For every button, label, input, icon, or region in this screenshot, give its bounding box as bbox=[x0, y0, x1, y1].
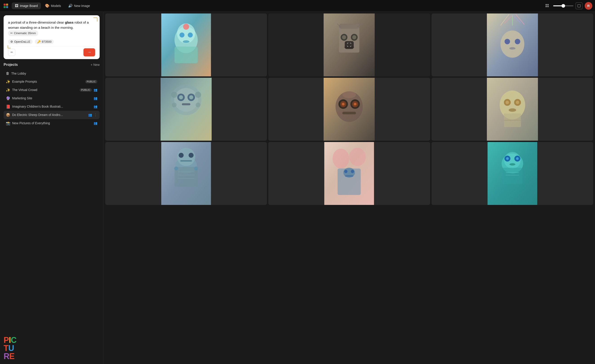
project-icon: 🔮 bbox=[6, 96, 10, 100]
project-name: Marketing Site bbox=[12, 96, 92, 100]
projects-section: Projects + New 🗑The Lobby✨Example Prompt… bbox=[0, 59, 103, 333]
project-item-virtual-crowd[interactable]: ✨The Virtual CrowdPUBLIC👥 bbox=[4, 86, 100, 94]
style-badge: ✂ Cinematic 35mm bbox=[8, 30, 38, 36]
project-name: Do Electric Sheep Dream of Andro... bbox=[12, 113, 86, 117]
corner-decoration-bl bbox=[8, 45, 11, 48]
projects-header: Projects + New bbox=[4, 63, 100, 67]
app-logo bbox=[3, 3, 9, 9]
model-icon: ⚙ bbox=[10, 40, 13, 43]
project-item-imaginary-book[interactable]: 📕Imaginary Children's Book Illustrati...… bbox=[4, 103, 100, 111]
seed-icon: 🔑 bbox=[37, 40, 41, 43]
svg-rect-0 bbox=[4, 4, 6, 6]
image-cell-3[interactable] bbox=[432, 14, 593, 76]
public-badge: PUBLIC bbox=[80, 88, 92, 92]
projects-title: Projects bbox=[4, 63, 18, 67]
grid-view-button[interactable] bbox=[544, 2, 551, 9]
square-view-button[interactable] bbox=[576, 2, 582, 9]
project-icon: ✨ bbox=[6, 80, 10, 84]
people-icon: 👥 bbox=[93, 105, 97, 108]
prompt-meta: ⚙ OpenDaLLE 🔑 973500 bbox=[8, 39, 95, 44]
project-name: Imaginary Children's Book Illustrati... bbox=[12, 105, 92, 108]
edit-icon: ✏ bbox=[11, 51, 13, 54]
public-badge: PUBLIC bbox=[85, 80, 97, 83]
prompt-text: a portrait of a three-dimensional clear … bbox=[8, 20, 95, 36]
expand-icon: ⛶ bbox=[345, 41, 354, 49]
image-cell-8[interactable] bbox=[268, 142, 430, 205]
project-name: The Virtual Crowd bbox=[12, 88, 78, 92]
project-icon: 📕 bbox=[6, 104, 10, 109]
user-avatar[interactable]: R bbox=[585, 2, 592, 10]
image-cell-1[interactable] bbox=[105, 14, 267, 76]
people-icon: 👥 bbox=[93, 121, 97, 125]
models-icon: 🎨 bbox=[45, 4, 50, 8]
project-item-electric-sheep[interactable]: 📦Do Electric Sheep Dream of Andro...👥⋮ bbox=[4, 111, 100, 119]
tab-image-board[interactable]: 🖼 Image Board bbox=[12, 2, 41, 9]
image-cell-2[interactable]: ⛶ bbox=[268, 14, 430, 76]
seed-badge: 🔑 973500 bbox=[35, 39, 54, 44]
more-options-icon[interactable]: ⋮ bbox=[94, 113, 97, 117]
project-item-another[interactable]: 📸New Pictures of Everything👥 bbox=[4, 119, 100, 127]
tab-new-image[interactable]: 🔊 New Image bbox=[65, 2, 93, 9]
tab-models-label: Models bbox=[51, 4, 61, 8]
image-cell-7[interactable] bbox=[105, 142, 267, 205]
image-cell-5[interactable] bbox=[268, 78, 430, 141]
project-icon: 📦 bbox=[6, 113, 10, 117]
svg-rect-6 bbox=[545, 6, 547, 7]
image-overlay-2: ⛶ bbox=[268, 14, 430, 76]
image-cell-4[interactable] bbox=[105, 78, 267, 141]
people-icon: 👥 bbox=[88, 113, 92, 117]
svg-rect-8 bbox=[578, 5, 580, 7]
go-button[interactable]: → bbox=[83, 48, 95, 56]
image-grid-area: ⛶ bbox=[103, 12, 595, 364]
project-name: New Pictures of Everything bbox=[12, 121, 92, 125]
image-board-icon: 🖼 bbox=[15, 4, 18, 8]
edit-prompt-button[interactable]: ✏ bbox=[8, 49, 15, 56]
tab-new-image-label: New Image bbox=[74, 4, 90, 8]
new-image-icon: 🔊 bbox=[68, 4, 73, 8]
project-item-marketing[interactable]: 🔮Marketing Site👥 bbox=[4, 94, 100, 103]
tab-models[interactable]: 🎨 Models bbox=[42, 2, 64, 9]
image-cell-6[interactable] bbox=[432, 78, 593, 141]
image-cell-9[interactable] bbox=[432, 142, 593, 205]
project-item-lobby[interactable]: 🗑The Lobby bbox=[4, 69, 100, 77]
project-icon: 🗑 bbox=[6, 71, 9, 76]
main-layout: a portrait of a three-dimensional clear … bbox=[0, 12, 595, 364]
prompt-actions: ✏ → bbox=[8, 46, 95, 56]
topbar: 🖼 Image Board 🎨 Models 🔊 New Image R bbox=[0, 0, 595, 12]
model-badge: ⚙ OpenDaLLE bbox=[8, 39, 33, 44]
arrow-right-icon: → bbox=[87, 50, 91, 55]
sidebar-logo: PIC TU RE bbox=[0, 333, 103, 364]
zoom-slider[interactable] bbox=[553, 5, 574, 6]
topbar-right: R bbox=[544, 2, 592, 10]
svg-rect-2 bbox=[4, 6, 6, 8]
svg-rect-1 bbox=[6, 4, 8, 6]
svg-rect-7 bbox=[547, 6, 549, 7]
new-project-button[interactable]: + New bbox=[91, 63, 100, 67]
people-icon: 👥 bbox=[93, 88, 97, 92]
corner-decoration-tr bbox=[93, 18, 97, 21]
project-icon: ✨ bbox=[6, 88, 10, 92]
svg-rect-4 bbox=[545, 4, 547, 5]
prompt-card: a portrait of a three-dimensional clear … bbox=[4, 15, 100, 59]
projects-list: 🗑The Lobby✨Example PromptsPUBLIC✨The Vir… bbox=[4, 69, 100, 127]
image-grid: ⛶ bbox=[105, 14, 593, 205]
logo: PIC TU RE bbox=[4, 336, 16, 360]
project-icon: 📸 bbox=[6, 121, 10, 125]
sidebar: a portrait of a three-dimensional clear … bbox=[0, 12, 103, 364]
project-name: The Lobby bbox=[11, 72, 97, 75]
project-item-example[interactable]: ✨Example PromptsPUBLIC bbox=[4, 77, 100, 86]
project-name: Example Prompts bbox=[12, 80, 83, 83]
svg-rect-5 bbox=[547, 4, 549, 5]
people-icon: 👥 bbox=[93, 96, 97, 100]
svg-rect-3 bbox=[6, 6, 8, 8]
tab-image-board-label: Image Board bbox=[20, 4, 38, 8]
style-icon: ✂ bbox=[10, 31, 13, 35]
